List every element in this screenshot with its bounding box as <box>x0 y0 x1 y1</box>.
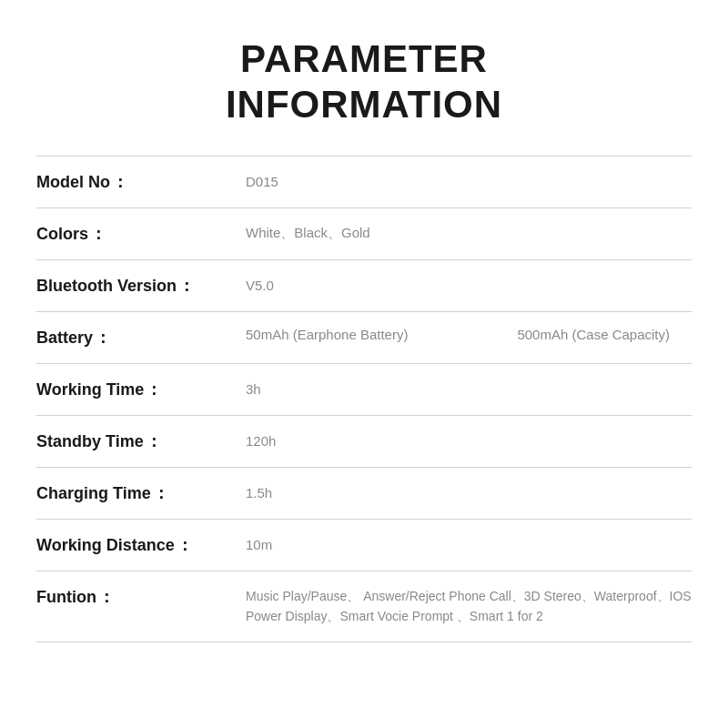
param-value-td-model-no: D015 <box>246 156 692 207</box>
param-value-td-working-time: 3h <box>246 363 692 415</box>
page-container: PARAMETER INFORMATION Model No：D015Color… <box>0 0 728 728</box>
param-value-td-colors: White、Black、Gold <box>246 207 692 259</box>
param-colon-funtion: ： <box>98 588 115 606</box>
param-colon-bluetooth-version: ： <box>178 277 195 295</box>
param-row-working-time: Working Time：3h <box>36 363 692 415</box>
param-row-working-distance: Working Distance：10m <box>36 519 692 571</box>
param-row-model-no: Model No：D015 <box>36 156 692 207</box>
param-label-td-battery: Battery： <box>36 311 246 363</box>
params-table: Model No：D015Colors：White、Black、GoldBlue… <box>36 156 692 642</box>
param-label-working-time: Working Time <box>36 380 144 399</box>
param-row-charging-time: Charging Time：1.5h <box>36 467 692 519</box>
funtion-value-td: Music Play/Pause、 Answer/Reject Phone Ca… <box>246 571 692 642</box>
param-label-td-charging-time: Charging Time： <box>36 467 246 519</box>
param-label-funtion: Funtion <box>36 588 96 606</box>
param-colon-model-no: ： <box>112 173 128 191</box>
param-label-td-colors: Colors： <box>36 207 246 259</box>
param-row-standby-time: Standby Time：120h <box>36 415 692 467</box>
param-row-funtion: Funtion：Music Play/Pause、 Answer/Reject … <box>36 571 692 642</box>
param-label-td-funtion: Funtion： <box>36 571 246 642</box>
param-label-standby-time: Standby Time <box>36 432 144 450</box>
param-colon-colors: ： <box>90 225 106 243</box>
param-value-td-battery: 50mAh (Earphone Battery)500mAh (Case Cap… <box>246 312 692 357</box>
title-section: PARAMETER INFORMATION <box>36 27 692 128</box>
param-value-td-bluetooth-version: V5.0 <box>246 259 692 311</box>
param-label-working-distance: Working Distance <box>36 536 175 554</box>
param-label-colors: Colors <box>36 225 88 243</box>
param-value-td-standby-time: 120h <box>246 415 692 467</box>
battery-primary-value: 50mAh (Earphone Battery) <box>246 327 408 342</box>
param-label-bluetooth-version: Bluetooth Version <box>36 277 177 295</box>
param-colon-charging-time: ： <box>153 484 169 502</box>
main-title: PARAMETER INFORMATION <box>36 36 692 128</box>
param-row-bluetooth-version: Bluetooth Version：V5.0 <box>36 259 692 311</box>
title-line2: INFORMATION <box>36 82 692 127</box>
param-label-td-standby-time: Standby Time： <box>36 415 246 467</box>
param-label-model-no: Model No <box>36 173 110 191</box>
param-label-charging-time: Charging Time <box>36 484 151 502</box>
param-colon-standby-time: ： <box>146 432 162 450</box>
param-label-td-bluetooth-version: Bluetooth Version： <box>36 259 246 311</box>
title-line1: PARAMETER <box>36 36 692 82</box>
param-label-battery: Battery <box>36 329 93 347</box>
battery-secondary-value: 500mAh (Case Capacity) <box>517 327 670 342</box>
param-label-td-model-no: Model No： <box>36 156 246 207</box>
param-row-colors: Colors：White、Black、Gold <box>36 207 692 259</box>
param-label-td-working-time: Working Time： <box>36 363 246 415</box>
param-value-td-charging-time: 1.5h <box>246 467 692 519</box>
param-label-td-working-distance: Working Distance： <box>36 519 246 571</box>
param-row-battery: Battery：50mAh (Earphone Battery)500mAh (… <box>36 311 692 363</box>
param-colon-working-time: ： <box>146 380 162 399</box>
param-value-td-working-distance: 10m <box>246 519 692 571</box>
param-colon-battery: ： <box>95 329 111 347</box>
param-colon-working-distance: ： <box>177 536 193 554</box>
